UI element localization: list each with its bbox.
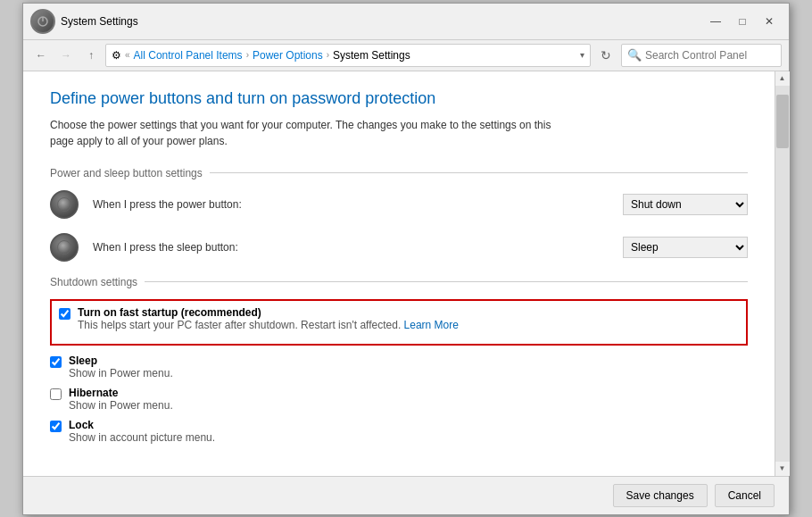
sleep-checkbox[interactable]: [50, 356, 62, 368]
hibernate-checkbox[interactable]: [50, 388, 62, 400]
scrollbar-area: Define power buttons and turn on passwor…: [23, 71, 789, 476]
scrollbar-thumb[interactable]: [776, 95, 789, 148]
title-bar-controls: — □ ✕: [703, 12, 782, 31]
fast-startup-item: Turn on fast startup (recommended) This …: [59, 306, 739, 331]
save-changes-button[interactable]: Save changes: [613, 484, 708, 507]
breadcrumb-dropdown-button[interactable]: ▾: [580, 50, 584, 60]
breadcrumb-icon: ⚙: [112, 49, 121, 62]
cancel-button[interactable]: Cancel: [715, 484, 775, 507]
lock-checkbox[interactable]: [50, 421, 62, 432]
breadcrumb-arrow-2: ›: [327, 50, 329, 60]
close-button[interactable]: ✕: [757, 12, 782, 31]
maximize-button[interactable]: □: [730, 12, 755, 31]
sleep-button-select[interactable]: Sleep Do nothing Hibernate Shut down Tur…: [623, 237, 748, 258]
shutdown-section-header: Shutdown settings: [50, 276, 748, 288]
scrollbar-up-button[interactable]: ▲: [775, 71, 790, 86]
power-button-row: When I press the power button: Shut down…: [50, 190, 748, 219]
power-button-icon-inner: [57, 197, 71, 212]
up-button[interactable]: ↑: [80, 45, 102, 66]
title-bar: System Settings — □ ✕: [23, 4, 789, 40]
hibernate-checkbox-content: Hibernate Show in Power menu.: [69, 387, 173, 412]
lock-checkbox-label[interactable]: Lock: [69, 419, 215, 431]
sleep-button-row: When I press the sleep button: Sleep Do …: [50, 233, 748, 262]
power-sleep-section: Power and sleep button settings When I p…: [50, 167, 748, 262]
sleep-button-icon-inner: [57, 240, 71, 254]
footer: Save changes Cancel: [23, 476, 789, 514]
scrollbar-track[interactable]: [775, 86, 790, 462]
breadcrumb-link-power-options[interactable]: Power Options: [253, 49, 323, 62]
nav-bar: ← → ↑ ⚙ « All Control Panel Items › Powe…: [23, 40, 789, 71]
breadcrumb-arrow-1: ›: [246, 50, 249, 60]
fast-startup-description: This helps start your PC faster after sh…: [78, 319, 459, 331]
hibernate-checkbox-label[interactable]: Hibernate: [69, 387, 173, 399]
main-scroll: Define power buttons and turn on passwor…: [23, 71, 775, 476]
minimize-button[interactable]: —: [703, 12, 728, 31]
shutdown-section-label: Shutdown settings: [50, 276, 137, 288]
sleep-button-label: When I press the sleep button:: [93, 241, 609, 254]
fast-startup-label[interactable]: Turn on fast startup (recommended): [78, 306, 459, 319]
page-title: Define power buttons and turn on passwor…: [50, 89, 748, 108]
fast-startup-content: Turn on fast startup (recommended) This …: [78, 306, 459, 331]
scrollbar-down-button[interactable]: ▼: [775, 462, 790, 476]
back-button[interactable]: ←: [30, 45, 52, 66]
sleep-button-icon: [50, 233, 79, 262]
sleep-checkbox-item: Sleep Show in Power menu.: [50, 354, 748, 379]
description-line1: Choose the power settings that you want …: [50, 119, 551, 131]
power-sleep-section-label: Power and sleep button settings: [50, 167, 203, 179]
breadcrumb-sep-1: «: [125, 50, 130, 60]
sleep-checkbox-content: Sleep Show in Power menu.: [69, 354, 173, 379]
lock-checkbox-description: Show in account picture menu.: [69, 431, 215, 444]
lock-checkbox-content: Lock Show in account picture menu.: [69, 419, 215, 444]
power-button-label: When I press the power button:: [93, 198, 609, 211]
learn-more-link[interactable]: Learn More: [404, 319, 459, 331]
window-icon: [30, 9, 55, 34]
system-settings-window: System Settings — □ ✕ ← → ↑ ⚙ « All Cont…: [22, 3, 790, 515]
description-line2: page apply to all of your power plans.: [50, 135, 228, 147]
breadcrumb-current: System Settings: [333, 49, 410, 62]
refresh-button[interactable]: ↻: [594, 44, 617, 67]
forward-button[interactable]: →: [55, 45, 77, 66]
content-area: Define power buttons and turn on passwor…: [23, 71, 775, 476]
shutdown-section: Shutdown settings Turn on fast startup (…: [50, 276, 748, 444]
search-icon: 🔍: [627, 48, 642, 62]
window-title: System Settings: [61, 15, 698, 28]
hibernate-checkbox-description: Show in Power menu.: [69, 399, 173, 412]
fast-startup-box: Turn on fast startup (recommended) This …: [50, 299, 748, 346]
sleep-checkbox-label[interactable]: Sleep: [69, 354, 173, 367]
breadcrumb-bar: ⚙ « All Control Panel Items › Power Opti…: [105, 44, 591, 67]
breadcrumb-link-control-panel[interactable]: All Control Panel Items: [134, 49, 243, 62]
fast-startup-checkbox[interactable]: [59, 308, 70, 320]
hibernate-checkbox-item: Hibernate Show in Power menu.: [50, 387, 748, 412]
page-description: Choose the power settings that you want …: [50, 117, 748, 149]
search-box: 🔍: [621, 44, 782, 67]
power-button-icon: [50, 190, 79, 219]
lock-checkbox-item: Lock Show in account picture menu.: [50, 419, 748, 444]
search-input[interactable]: [645, 49, 779, 62]
sleep-checkbox-description: Show in Power menu.: [69, 367, 173, 379]
power-sleep-section-header: Power and sleep button settings: [50, 167, 748, 179]
scrollbar: ▲ ▼: [775, 71, 789, 476]
power-button-select[interactable]: Shut down Do nothing Sleep Hibernate Tur…: [623, 194, 748, 215]
